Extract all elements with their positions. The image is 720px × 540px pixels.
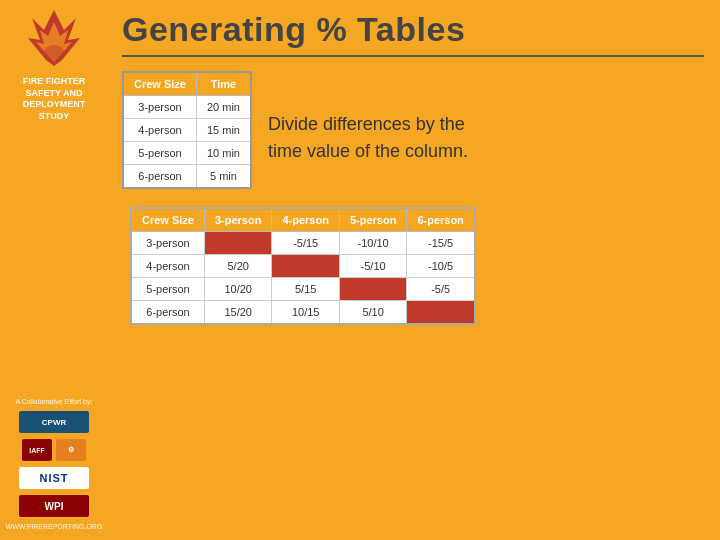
small-table-header-time: Time [196,72,251,96]
table-cell: 15 min [196,119,251,142]
matrix-cell [204,232,271,255]
iaff-logo: IAFF [22,439,52,461]
matrix-corner-header: Crew Size [131,208,204,232]
matrix-col-header: 6-person [407,208,475,232]
matrix-cell: 5/10 [339,301,406,325]
matrix-cell: -5/5 [407,278,475,301]
table-row: 3-person20 min [123,96,251,119]
table-cell: 5 min [196,165,251,189]
title-underline [122,55,704,57]
cpwr-logo: CPWR [19,411,89,433]
table-cell: 4-person [123,119,196,142]
small-table: Crew Size Time 3-person20 min4-person15 … [122,71,252,189]
matrix-cell: -10/10 [339,232,406,255]
table-cell: 20 min [196,96,251,119]
matrix-cell [407,301,475,325]
sidebar: FIRE FIGHTER SAFETY AND DEPLOYMENT STUDY… [0,0,108,540]
content-area: Crew Size Time 3-person20 min4-person15 … [122,71,704,189]
collaborative-label: A Collaborative Effort by: [16,398,93,405]
www-label: WWW.FIREREPORTING.ORG [6,523,103,530]
table-row: 5-person10/205/15-5/5 [131,278,475,301]
main-content: Generating % Tables Crew Size Time 3-per… [108,0,720,540]
matrix-col-header: 4-person [272,208,339,232]
table-row: 6-person5 min [123,165,251,189]
small-table-header-crew: Crew Size [123,72,196,96]
matrix-cell: -15/5 [407,232,475,255]
matrix-cell [272,255,339,278]
fire-icon [24,8,84,68]
svg-point-2 [44,45,64,61]
matrix-cell: 5/20 [204,255,271,278]
other-logo: ⚙ [56,439,86,461]
table-row: 4-person5/20-5/10-10/5 [131,255,475,278]
table-cell: 10 min [196,142,251,165]
table-cell: 5-person [123,142,196,165]
nist-logo: NIST [19,467,89,489]
logo-area: FIRE FIGHTER SAFETY AND DEPLOYMENT STUDY [23,8,86,123]
matrix-cell: 10/15 [272,301,339,325]
sidebar-bottom: A Collaborative Effort by: CPWR IAFF ⚙ N… [0,398,108,530]
sidebar-title: FIRE FIGHTER SAFETY AND DEPLOYMENT STUDY [23,76,86,123]
small-table-wrapper: Crew Size Time 3-person20 min4-person15 … [122,71,252,189]
matrix-cell: 10/20 [204,278,271,301]
matrix-row-header: 3-person [131,232,204,255]
table-row: 6-person15/2010/155/10 [131,301,475,325]
matrix-col-header: 5-person [339,208,406,232]
matrix-cell [339,278,406,301]
matrix-cell: -10/5 [407,255,475,278]
matrix-cell: -5/10 [339,255,406,278]
matrix-row-header: 5-person [131,278,204,301]
matrix-row-header: 4-person [131,255,204,278]
matrix-cell: 15/20 [204,301,271,325]
large-table-section: Crew Size3-person4-person5-person6-perso… [130,207,704,325]
matrix-row-header: 6-person [131,301,204,325]
matrix-cell: -5/15 [272,232,339,255]
matrix-col-header: 3-person [204,208,271,232]
wpi-logo: WPI [19,495,89,517]
table-cell: 6-person [123,165,196,189]
table-row: 4-person15 min [123,119,251,142]
explanation-text: Divide differences by the time value of … [268,71,704,189]
table-row: 3-person-5/15-10/10-15/5 [131,232,475,255]
matrix-cell: 5/15 [272,278,339,301]
table-cell: 3-person [123,96,196,119]
page-title: Generating % Tables [122,10,704,49]
table-row: 5-person10 min [123,142,251,165]
matrix-table: Crew Size3-person4-person5-person6-perso… [130,207,476,325]
